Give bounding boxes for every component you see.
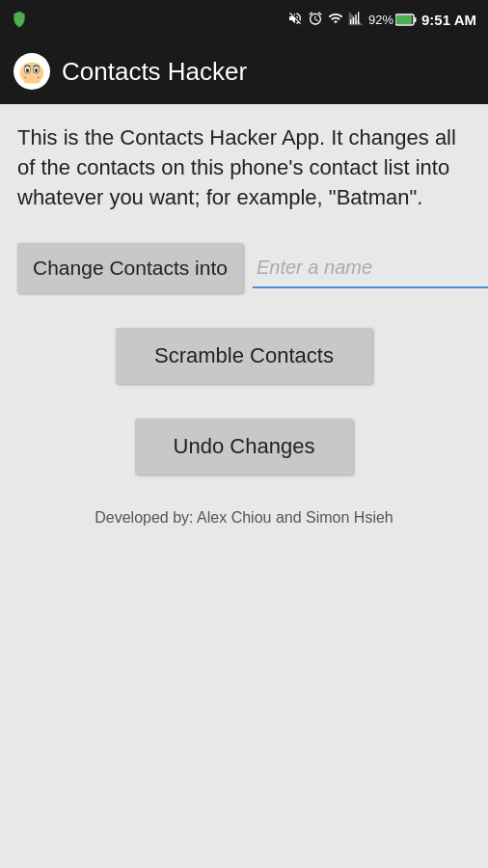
status-bar-right: 92% 9:51 AM <box>287 11 476 29</box>
battery-percent: 92% <box>368 13 393 27</box>
shield-icon <box>12 11 27 28</box>
wifi-icon <box>328 11 343 29</box>
app-bar: Contacts Hacker <box>0 39 488 104</box>
alarm-icon <box>308 11 323 29</box>
svg-point-6 <box>26 68 29 72</box>
change-contacts-row: Change Contacts into <box>17 243 471 293</box>
app-title: Contacts Hacker <box>62 57 247 87</box>
status-time: 9:51 AM <box>421 12 476 28</box>
mute-icon <box>287 11 303 29</box>
description-text: This is the Contacts Hacker App. It chan… <box>17 123 471 212</box>
status-bar-left <box>12 11 27 28</box>
battery-icon <box>395 14 417 26</box>
scramble-contacts-button[interactable]: Scramble Contacts <box>116 328 372 384</box>
main-content: This is the Contacts Hacker App. It chan… <box>0 104 488 544</box>
svg-rect-8 <box>24 78 40 83</box>
signal-icon <box>348 11 364 29</box>
app-icon <box>14 53 50 90</box>
developer-credits: Developed by: Alex Chiou and Simon Hsieh <box>17 509 471 527</box>
change-contacts-button[interactable]: Change Contacts into <box>17 243 243 293</box>
undo-changes-button[interactable]: Undo Changes <box>135 419 354 475</box>
status-bar: 92% 9:51 AM <box>0 0 488 39</box>
undo-btn-wrapper: Undo Changes <box>17 419 471 475</box>
svg-rect-2 <box>396 15 412 24</box>
scramble-btn-wrapper: Scramble Contacts <box>17 328 471 384</box>
troll-face-svg <box>16 56 47 87</box>
svg-rect-1 <box>415 17 417 22</box>
battery-container: 92% <box>368 13 417 27</box>
name-input[interactable] <box>253 249 488 288</box>
svg-point-7 <box>35 68 38 72</box>
